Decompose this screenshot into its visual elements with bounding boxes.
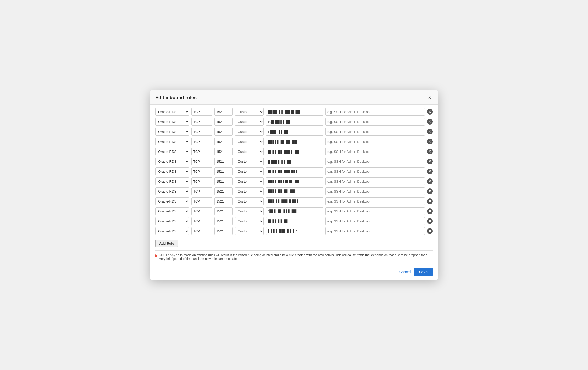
remove-rule-button-7[interactable]: ✕	[427, 178, 433, 184]
port-field-5	[214, 158, 233, 165]
remove-rule-button-4[interactable]: ✕	[427, 149, 433, 154]
desc-input-6[interactable]	[325, 167, 425, 175]
desc-input-2[interactable]	[325, 128, 425, 136]
desc-input-9[interactable]	[325, 197, 425, 205]
desc-input-5[interactable]	[325, 158, 425, 165]
protocol-field-6	[191, 167, 212, 175]
remove-rule-button-8[interactable]: ✕	[427, 188, 433, 194]
desc-input-12[interactable]	[325, 227, 425, 235]
ip-input-4[interactable]	[266, 148, 323, 155]
desc-input-0[interactable]	[325, 108, 425, 116]
port-field-8	[214, 187, 233, 195]
desc-input-8[interactable]	[325, 187, 425, 195]
port-field-9	[214, 197, 233, 205]
protocol-field-8	[191, 187, 212, 195]
protocol-field-3	[191, 138, 212, 145]
type-select-9[interactable]: Oracle-RDS	[155, 197, 189, 205]
remove-rule-button-12[interactable]: ✕	[427, 228, 433, 234]
source-select-10[interactable]: Custom	[235, 207, 264, 215]
table-row: Oracle-RDS Custom ✕	[155, 128, 433, 136]
ip-input-6[interactable]	[266, 167, 323, 175]
modal-body: Oracle-RDS Custom ✕ Oracle-RDS Custom ✕	[150, 105, 438, 264]
table-row: Oracle-RDS Custom ✕	[155, 167, 433, 175]
add-rule-button[interactable]: Add Rule	[155, 240, 178, 247]
port-field-10	[214, 207, 233, 215]
ip-input-10[interactable]	[266, 207, 323, 215]
source-select-12[interactable]: Custom	[235, 227, 264, 235]
source-select-1[interactable]: Custom	[235, 118, 264, 126]
note-text: NOTE: Any edits made on existing rules w…	[159, 253, 427, 261]
protocol-field-12	[191, 227, 212, 235]
protocol-field-2	[191, 128, 212, 136]
ip-input-11[interactable]	[266, 217, 323, 225]
type-select-5[interactable]: Oracle-RDS	[155, 158, 189, 165]
table-row: Oracle-RDS Custom ✕	[155, 207, 433, 215]
desc-input-4[interactable]	[325, 148, 425, 155]
desc-input-1[interactable]	[325, 118, 425, 126]
type-select-12[interactable]: Oracle-RDS	[155, 227, 189, 235]
ip-input-3[interactable]	[266, 138, 323, 145]
source-select-5[interactable]: Custom	[235, 158, 264, 165]
source-select-11[interactable]: Custom	[235, 217, 264, 225]
close-button[interactable]: ×	[426, 94, 433, 101]
type-select-0[interactable]: Oracle-RDS	[155, 108, 189, 116]
desc-input-7[interactable]	[325, 177, 425, 185]
remove-rule-button-0[interactable]: ✕	[427, 109, 433, 115]
modal-footer: Cancel Save	[150, 264, 438, 280]
remove-rule-button-9[interactable]: ✕	[427, 198, 433, 204]
port-field-2	[214, 128, 233, 136]
port-field-11	[214, 217, 233, 225]
remove-rule-button-10[interactable]: ✕	[427, 208, 433, 214]
table-row: Oracle-RDS Custom ✕	[155, 197, 433, 205]
ip-input-7[interactable]	[266, 177, 323, 185]
type-select-6[interactable]: Oracle-RDS	[155, 167, 189, 175]
cancel-button[interactable]: Cancel	[399, 270, 411, 274]
type-select-3[interactable]: Oracle-RDS	[155, 138, 189, 145]
table-row: Oracle-RDS Custom ✕	[155, 177, 433, 185]
remove-rule-button-5[interactable]: ✕	[427, 159, 433, 164]
remove-rule-button-1[interactable]: ✕	[427, 119, 433, 125]
protocol-field-9	[191, 197, 212, 205]
ip-input-8[interactable]	[266, 187, 323, 195]
ip-input-1[interactable]	[266, 118, 323, 126]
port-field-1	[214, 118, 233, 126]
desc-input-3[interactable]	[325, 138, 425, 145]
port-field-3	[214, 138, 233, 145]
desc-input-11[interactable]	[325, 217, 425, 225]
table-row: Oracle-RDS Custom ✕	[155, 118, 433, 126]
type-select-8[interactable]: Oracle-RDS	[155, 187, 189, 195]
modal-title: Edit inbound rules	[155, 95, 197, 100]
source-select-2[interactable]: Custom	[235, 128, 264, 136]
type-select-7[interactable]: Oracle-RDS	[155, 177, 189, 185]
type-select-1[interactable]: Oracle-RDS	[155, 118, 189, 126]
source-select-3[interactable]: Custom	[235, 138, 264, 145]
port-field-0	[214, 108, 233, 116]
source-select-7[interactable]: Custom	[235, 177, 264, 185]
modal-header: Edit inbound rules ×	[150, 90, 438, 105]
source-select-6[interactable]: Custom	[235, 167, 264, 175]
source-select-0[interactable]: Custom	[235, 108, 264, 116]
edit-inbound-rules-modal: Edit inbound rules × Oracle-RDS Custom ✕…	[150, 90, 438, 280]
table-row: Oracle-RDS Custom ✕	[155, 148, 433, 155]
ip-input-2[interactable]	[266, 128, 323, 136]
type-select-4[interactable]: Oracle-RDS	[155, 148, 189, 155]
remove-rule-button-3[interactable]: ✕	[427, 139, 433, 144]
remove-rule-button-11[interactable]: ✕	[427, 218, 433, 224]
save-button[interactable]: Save	[414, 268, 433, 276]
port-field-7	[214, 177, 233, 185]
ip-input-5[interactable]	[266, 158, 323, 165]
type-select-2[interactable]: Oracle-RDS	[155, 128, 189, 136]
desc-input-10[interactable]	[325, 207, 425, 215]
remove-rule-button-2[interactable]: ✕	[427, 129, 433, 134]
source-select-4[interactable]: Custom	[235, 148, 264, 155]
ip-input-12[interactable]	[266, 227, 323, 235]
ip-input-0[interactable]	[266, 108, 323, 116]
source-select-8[interactable]: Custom	[235, 187, 264, 195]
ip-input-9[interactable]	[266, 197, 323, 205]
rules-container: Oracle-RDS Custom ✕ Oracle-RDS Custom ✕	[155, 108, 433, 235]
remove-rule-button-6[interactable]: ✕	[427, 169, 433, 174]
type-select-11[interactable]: Oracle-RDS	[155, 217, 189, 225]
source-select-9[interactable]: Custom	[235, 197, 264, 205]
protocol-field-0	[191, 108, 212, 116]
type-select-10[interactable]: Oracle-RDS	[155, 207, 189, 215]
